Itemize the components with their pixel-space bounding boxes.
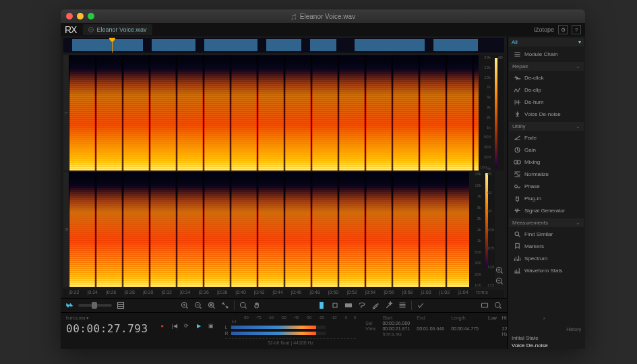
frequency-scale: 20k15k10k 7k5k3k 2k1k500 300200 100Hz	[479, 55, 492, 171]
topbar: RX × Eleanor Voice.wav iZotope ⚙ ?	[61, 23, 585, 36]
window-controls	[61, 13, 94, 20]
siggen-icon	[513, 206, 521, 214]
svg-point-6	[241, 303, 246, 308]
stop-button[interactable]: ▣	[206, 321, 216, 330]
pulse-icon	[513, 73, 521, 82]
rewind-button[interactable]: |◀	[170, 321, 179, 330]
module-markers[interactable]: Markers	[509, 240, 584, 252]
zoom-window-icon[interactable]	[88, 13, 94, 20]
chain-icon	[513, 50, 521, 58]
zoom-horizontal-icon[interactable]	[493, 301, 503, 310]
wand-select-icon[interactable]	[384, 301, 394, 310]
module-gain[interactable]: Gain	[509, 144, 584, 156]
module-find-similar[interactable]: Find Similar	[509, 228, 584, 240]
module-waveform-stats[interactable]: Waveform Stats	[509, 264, 584, 276]
find-icon	[513, 230, 521, 238]
module-sidebar: All▾ Module Chain Repair⌄ De-click De-cl…	[507, 36, 585, 349]
svg-point-14	[516, 160, 520, 164]
format-info: 32-bit float | 44100 Hz	[225, 338, 357, 345]
zoom-vertical-in-icon[interactable]	[495, 266, 504, 275]
file-tab[interactable]: × Eleanor Voice.wav	[83, 24, 152, 35]
selection-info: StartEndLength Sel00:00:26.000 View00:00…	[365, 315, 479, 336]
zoom-vertical-out-icon[interactable]	[495, 276, 504, 286]
spectrogram-right[interactable]	[69, 172, 469, 287]
svg-point-15	[515, 232, 519, 236]
module-fade[interactable]: Fade	[509, 131, 584, 144]
spectrogram-left[interactable]	[69, 55, 479, 171]
zoom-out-icon[interactable]	[193, 301, 203, 310]
fade-icon	[513, 133, 521, 142]
record-button[interactable]: ●	[158, 321, 167, 330]
transport-bar: h:m:s.ms ▾ 00:00:27.793 ● |◀ ⟳ ▶ ▣ -Inf-…	[61, 312, 507, 349]
loop-button[interactable]: ⟳	[182, 321, 191, 330]
phase-icon	[513, 182, 521, 190]
grab-tool-icon[interactable]	[252, 301, 262, 310]
zoom-in-icon[interactable]	[180, 301, 189, 310]
frequency-scale-r: 15k10k 7k5k3k 2k1k500 300200100	[469, 172, 483, 287]
level-meters: -Inf-80 -70-60 -50-40 -30-20 -10-3 0 L R…	[225, 315, 357, 345]
collapse-sidebar-icon[interactable]: ›	[543, 315, 550, 322]
channel-left-label: L	[63, 55, 69, 171]
zoom-fit-icon[interactable]	[220, 301, 230, 310]
module-mixing[interactable]: Mixing	[509, 156, 584, 168]
deselect-icon[interactable]	[416, 301, 425, 310]
playhead-icon[interactable]	[112, 38, 113, 53]
help-icon[interactable]: ?	[572, 25, 581, 34]
settings-icon[interactable]: ⚙	[558, 25, 568, 34]
svg-rect-7	[320, 303, 323, 309]
category-repair[interactable]: Repair⌄	[509, 62, 584, 71]
db-scale-right[interactable]: 859095 100105110 115	[483, 172, 495, 287]
time-select-icon[interactable]	[317, 301, 326, 310]
overview-waveform[interactable]	[63, 38, 504, 53]
spectrogram-view-icon[interactable]	[116, 301, 125, 310]
select-harmonics-icon[interactable]	[398, 301, 407, 310]
freq-select-icon[interactable]	[344, 301, 353, 310]
history-label: History	[508, 324, 585, 334]
module-signal-generator[interactable]: Signal Generator	[509, 204, 584, 216]
app-logo: RX	[65, 24, 76, 35]
module-de-clip[interactable]: De-clip	[509, 84, 584, 96]
zoom-selection-icon[interactable]	[207, 301, 216, 310]
module-normalize[interactable]: Normalize	[509, 168, 584, 180]
play-button[interactable]: ▶	[194, 321, 204, 330]
instant-process-icon[interactable]	[480, 301, 489, 310]
gain-icon	[513, 146, 521, 154]
brush-select-icon[interactable]	[371, 301, 380, 310]
waveform-view-icon[interactable]	[65, 301, 74, 310]
clip-icon	[513, 86, 521, 94]
time-format-selector[interactable]: h:m:s.ms ▾	[66, 315, 148, 321]
minimize-window-icon[interactable]	[77, 13, 84, 20]
module-de-click[interactable]: De-click	[509, 71, 584, 84]
titlebar: Eleanor Voice.wav	[61, 9, 585, 23]
close-window-icon[interactable]	[66, 13, 73, 20]
module-filter-select[interactable]: All▾	[509, 38, 584, 47]
module-plugin[interactable]: Plug-in	[509, 192, 584, 204]
module-chain-button[interactable]: Module Chain	[509, 48, 584, 60]
zoom-tool-icon[interactable]	[239, 301, 248, 310]
module-phase[interactable]: Phase	[509, 180, 584, 192]
db-colorbar: dB	[492, 55, 504, 171]
svg-rect-2	[118, 303, 124, 309]
timefreq-select-icon[interactable]	[330, 301, 340, 310]
close-tab-icon[interactable]: ×	[88, 27, 94, 32]
app-window: Eleanor Voice.wav RX × Eleanor Voice.wav…	[61, 9, 585, 349]
svg-point-11	[495, 303, 500, 308]
history-item[interactable]: Initial State	[508, 334, 585, 342]
marker-icon	[513, 242, 521, 250]
svg-rect-9	[345, 304, 351, 307]
waveform-opacity-slider[interactable]	[78, 304, 112, 307]
lasso-select-icon[interactable]	[357, 301, 367, 310]
category-utility[interactable]: Utility⌄	[509, 122, 584, 131]
time-axis: |0:22|0:24|0:26 |0:28|0:30|0:32 |0:34|0:…	[63, 290, 504, 298]
window-title: Eleanor Voice.wav	[61, 13, 585, 20]
module-voice-denoise[interactable]: Voice De-noise	[509, 108, 584, 120]
svg-rect-10	[481, 303, 487, 307]
module-spectrum[interactable]: Spectrum	[509, 252, 584, 264]
category-measurements[interactable]: Measurements⌄	[509, 218, 584, 227]
brand-label: iZotope	[534, 26, 554, 33]
module-de-hum[interactable]: De-hum	[509, 96, 584, 108]
timecode-display[interactable]: 00:00:27.793	[66, 322, 148, 335]
history-item[interactable]: Voice De-noise	[508, 342, 585, 349]
voice-icon	[513, 110, 521, 118]
svg-rect-8	[333, 303, 337, 307]
